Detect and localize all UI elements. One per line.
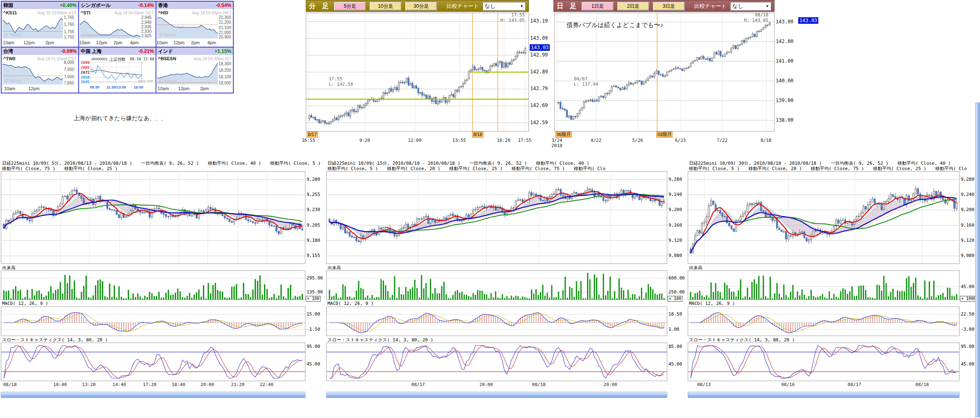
axis-tick-label: 95.00 [961,344,974,349]
axis-tick-label: 9,120 [961,238,974,243]
market-header: 香港 -0.54% [156,2,233,9]
axis-tick-label: 9,160 [668,223,682,228]
market-cell-taiwan: 台湾 -0.09% ^TWII Aug 18 01:25pm CST © Yah… [2,48,78,93]
axis-tick-label: 9,280 [961,177,974,182]
tech-chart-30min: 日経225mini 10/09( 30分, 2010/08/10 - 2010/… [688,160,980,406]
axis-tick-label: 08/16 [781,382,795,387]
axis-tick-label: 7,850 [64,81,78,85]
axis-tick-label: 10am [79,40,90,45]
macd-panel [688,307,960,336]
axis-tick-label: 10am [158,86,169,91]
axis-tick-label: 9,205 [307,223,320,228]
horizontal-scrollbar[interactable] [326,392,667,398]
high-annotation: 17:55 H: 143.05 [482,12,525,23]
market-symbol: ^TWII [3,56,16,61]
axis-tick-label: 295.00 [307,275,323,281]
sparkline-chart [90,62,142,82]
compare-chart-select[interactable]: なし ▼ [730,2,771,11]
axis-tick-label: 9,160 [961,223,974,228]
axis-tick-label: 15:00 [134,85,143,89]
axis-tick-label: 20:00 [603,382,617,387]
minute-chart-header: 分 足 5分足 10分足 30分足 比較チャート なし ▼ [306,0,529,12]
daily-chart-header: 日 足 1日足 2日足 3日足 比較チャート なし ▼ [553,0,775,12]
low-value: L: 137.94 [574,82,598,87]
panel-title: 分 足 [309,2,329,11]
select-value: なし [732,2,743,10]
axis-tick-label: 18,300 [219,61,233,66]
axis-tick-label: 9:20 [359,138,370,143]
axis-tick-label: 08/18 [532,382,546,387]
tab-5min[interactable]: 5分足 [334,2,366,11]
axis-tick-label: 9,180 [307,238,320,243]
high-time: 17:55 [482,12,525,18]
axis-tick-label: 08/18 [915,382,929,387]
compare-chart-label: 比較チャート [694,2,727,10]
axis-tick-label: 9,200 [961,207,974,212]
index-name: 上証指数 [109,57,126,62]
yahoo-copyright: © Yahoo! [160,33,176,37]
session-label: 8/17 [307,132,318,138]
axis-tick-label: 9,155 [307,253,320,258]
market-cell-korea: 韓国 +0.40% ^KS11 Aug 18 03:00pm KST © Yah… [2,2,78,47]
axis-tick-label: 10am [4,86,16,91]
horizontal-scrollbar[interactable] [1,392,305,398]
stochastics-label: スロー・ストキャスティクス( 14, 3, 80, 20 ) [2,337,108,343]
axis-tick-label: 142.00 [776,39,793,44]
horizontal-scrollbar[interactable] [688,392,960,398]
market-cell-india: インド +1.15% ^BSESN Aug 18 03:30pm IST © Y… [156,48,233,93]
axis-tick-label: 2699 [79,61,90,65]
market-name: シンガポール [81,2,111,9]
axis-tick-label: 140.00 [776,78,793,84]
axis-tick-label: 15.00 [307,311,320,317]
year-label: 2010 [551,143,562,148]
tab-3day[interactable]: 3日足 [653,2,685,11]
market-timestamp: Aug 18 03:00pm KST [37,11,77,15]
axis-tick-label: 1,755 [64,30,78,34]
axis-tick-label: 95.00 [307,344,320,349]
axis-tick-label: 14:40 [113,382,126,387]
tab-10min[interactable]: 10分足 [370,2,402,11]
axis-tick-label: 10am [156,40,168,45]
yahoo-copyright: © Yahoo! [5,33,22,37]
session-label: 03限月 [656,132,673,138]
market-symbol: ^KS11 [3,10,17,15]
market-name: 台湾 [3,48,13,55]
axis-tick-label: 2pm [200,86,209,91]
axis-tick-label: 138.00 [776,117,793,123]
tab-30min[interactable]: 30分足 [405,2,437,11]
vertical-scrollbar[interactable] [975,102,980,417]
volume-label: 出来高 [327,265,341,271]
market-name: 韓国 [3,2,13,9]
axis-tick-label: 2,945 [141,15,155,20]
axis-tick-label: 142.89 [530,69,548,75]
axis-tick-label: 7,950 [64,67,78,72]
price-panel [1,171,305,264]
tab-1day[interactable]: 1日足 [582,2,614,11]
high-annotation: 08/18 H: 143.05 [725,12,768,23]
axis-tick-label: 45.00 [668,361,682,367]
compare-chart-select[interactable]: なし ▼ [483,2,526,11]
axis-tick-label: 9,280 [307,177,320,182]
axis-tick-label: 600.00 [668,275,685,281]
axis-tick-label: 10am [3,40,14,45]
axis-tick-label: 9,230 [307,207,320,212]
market-name: 中国 上海 [81,48,102,55]
sina-watermark: sina.com [138,79,153,83]
axis-tick-label: 139.00 [776,98,793,103]
market-name: 香港 [158,2,168,9]
axis-tick-label: 2659 [79,75,90,80]
axis-tick-label: 09:30 [90,85,99,89]
axis-tick-label: 18,200 [219,68,233,73]
axis-tick-label: -1.50 [307,327,320,332]
axis-tick-label: 2pm [191,40,200,45]
axis-tick-label: 18.50 [668,311,682,317]
panel-title: 日 足 [557,2,576,11]
market-timestamp: Aug 18 03:30pm IST [194,57,231,61]
stochastics-panel [688,343,960,381]
axis-tick-label: 9,240 [961,192,974,197]
current-price-tag: 143.03 [530,44,550,51]
tab-2day[interactable]: 2日足 [617,2,649,11]
session-label: 8/18 [472,132,483,138]
axis-tick-label: 2672 [79,70,90,75]
trading-dashboard: 韓国 +0.40% ^KS11 Aug 18 03:00pm KST © Yah… [0,0,980,418]
